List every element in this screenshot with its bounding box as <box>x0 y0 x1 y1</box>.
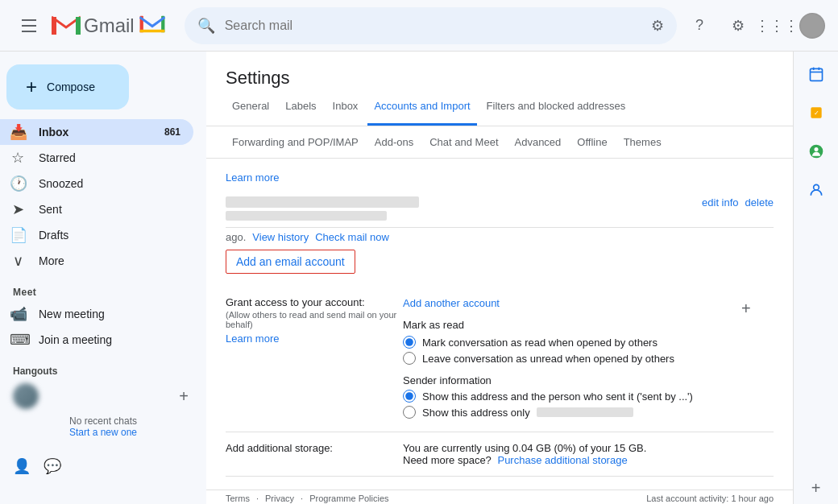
main-layout: + Compose 📥 Inbox 861 ☆ Starred 🕐 Snooze… <box>0 52 838 504</box>
grant-plus-icon[interactable]: + <box>741 300 751 318</box>
gmail-icon <box>139 14 165 34</box>
contacts-button[interactable] <box>800 135 832 167</box>
contacts-icon <box>808 143 824 159</box>
tab-labels[interactable]: Labels <box>279 89 322 126</box>
show-address-person-radio[interactable] <box>403 390 416 403</box>
sidebar-item-more[interactable]: ∨ More <box>0 248 193 274</box>
footer-bar: Terms · Privacy · Programme Policies Las… <box>206 490 793 504</box>
account-row: edit info delete <box>226 190 774 228</box>
help-button[interactable]: ? <box>683 10 716 42</box>
sidebar-item-label: Drafts <box>39 229 68 242</box>
content-area: Settings General Labels Inbox Accounts a… <box>206 52 793 504</box>
need-more-text: Need more space? <box>403 454 492 466</box>
subtab-advanced[interactable]: Advanced <box>508 126 568 158</box>
subtab-chat[interactable]: Chat and Meet <box>423 126 504 158</box>
view-history-link[interactable]: View history <box>252 231 309 243</box>
svg-rect-6 <box>810 68 822 81</box>
hangouts-add-button[interactable]: + <box>174 386 193 406</box>
svg-point-13 <box>814 147 818 151</box>
compose-button[interactable]: + Compose <box>6 64 129 109</box>
privacy-link[interactable]: Privacy <box>265 494 294 503</box>
grant-access-title: Grant access to your account: <box>226 296 403 308</box>
more-icon: ∨ <box>10 252 26 270</box>
add-another-link[interactable]: Add another account <box>403 297 500 309</box>
sidebar-item-label: Sent <box>39 203 62 216</box>
tasks-button[interactable]: ✓ <box>800 97 832 129</box>
add-email-button[interactable]: Add an email account <box>226 250 355 274</box>
right-panel: ✓ + <box>793 52 838 504</box>
tab-general[interactable]: General <box>226 89 276 126</box>
settings-title: Settings <box>206 52 793 89</box>
sidebar-item-label: Inbox <box>39 126 68 138</box>
sender-info-section: Sender information Show this address and… <box>403 374 741 419</box>
hamburger-menu[interactable] <box>13 10 45 42</box>
search-bar[interactable]: 🔍 ⚙ <box>185 7 677 44</box>
settings-body: Learn more edit info delete ago. View hi… <box>206 159 793 490</box>
person-icon[interactable]: 👤 <box>13 457 31 475</box>
new-meeting-item[interactable]: 📹 New meeting <box>0 301 193 327</box>
add-panel-button[interactable]: + <box>811 479 821 498</box>
sidebar-item-inbox[interactable]: 📥 Inbox 861 <box>0 119 193 145</box>
check-mail-link[interactable]: Check mail now <box>315 231 389 243</box>
mark-conv-read-label: Mark conversation as read when opened by… <box>422 337 658 349</box>
no-recent-text: No recent chats <box>13 415 193 427</box>
tasks-icon: ✓ <box>808 105 824 121</box>
subtab-forwarding[interactable]: Forwarding and POP/IMAP <box>226 126 365 158</box>
calendar-button[interactable] <box>800 58 832 90</box>
send-mail-section: Learn more edit info delete ago. View hi… <box>226 171 774 274</box>
storage-section: Add additional storage: You are currentl… <box>226 432 774 477</box>
last-activity: Last account activity: 1 hour ago <box>646 494 774 503</box>
terms-link[interactable]: Terms <box>226 494 250 503</box>
settings-button[interactable]: ⚙ <box>722 10 754 42</box>
subtab-themes[interactable]: Themes <box>617 126 668 158</box>
grant-plus-container: + <box>741 296 774 422</box>
settings-tabs: General Labels Inbox Accounts and Import… <box>206 89 793 126</box>
leave-conv-unread-option: Leave conversation as unread when opened… <box>403 352 741 365</box>
search-icon: 🔍 <box>197 17 215 35</box>
topbar: Gmail 🔍 ⚙ ? ⚙ ⋮⋮⋮ <box>0 0 838 52</box>
tab-accounts[interactable]: Accounts and Import <box>367 89 476 126</box>
grant-content: Add another account Mark as read Mark co… <box>403 296 741 422</box>
sidebar-item-sent[interactable]: ➤ Sent <box>0 196 193 222</box>
subtab-offline[interactable]: Offline <box>570 126 613 158</box>
settings-subtabs: Forwarding and POP/IMAP Add-ons Chat and… <box>206 126 793 159</box>
topbar-right: ? ⚙ ⋮⋮⋮ <box>683 10 825 42</box>
people-button[interactable] <box>800 174 832 206</box>
start-new-link[interactable]: Start a new one <box>13 427 193 438</box>
footer-sep2: · <box>301 494 303 503</box>
show-address-only-radio[interactable] <box>403 406 416 419</box>
sidebar-item-drafts[interactable]: 📄 Drafts <box>0 222 193 248</box>
svg-text:✓: ✓ <box>813 109 819 117</box>
show-address-only-option: Show this address only <box>403 406 741 419</box>
mark-conv-read-radio[interactable] <box>403 336 416 349</box>
hangouts-label: Hangouts <box>13 366 193 377</box>
show-address-person-label: Show this address and the person who sen… <box>422 390 693 403</box>
sidebar-footer: 👤 💬 <box>0 451 206 481</box>
sidebar-item-label: Starred <box>39 151 76 164</box>
apps-button[interactable]: ⋮⋮⋮ <box>761 10 793 42</box>
gmail-label: Gmail <box>84 14 135 37</box>
avatar[interactable] <box>799 13 825 39</box>
search-tune-icon[interactable]: ⚙ <box>651 17 664 35</box>
new-meeting-label: New meeting <box>39 308 105 320</box>
tab-inbox[interactable]: Inbox <box>326 89 365 126</box>
edit-info-link[interactable]: edit info <box>702 196 739 209</box>
tab-filters[interactable]: Filters and blocked addresses <box>480 89 633 126</box>
search-input[interactable] <box>225 19 651 33</box>
meet-section: Meet 📹 New meeting ⌨ Join a meeting <box>0 274 206 359</box>
show-address-only-label: Show this address only <box>422 407 530 419</box>
join-meeting-item[interactable]: ⌨ Join a meeting <box>0 327 193 353</box>
keyboard-icon: ⌨ <box>10 331 26 349</box>
learn-more-link-1[interactable]: Learn more <box>226 171 774 184</box>
sidebar-item-starred[interactable]: ☆ Starred <box>0 145 193 171</box>
subtab-addons[interactable]: Add-ons <box>368 126 420 158</box>
learn-more-link-2[interactable]: Learn more <box>226 333 403 345</box>
sidebar-item-snoozed[interactable]: 🕐 Snoozed <box>0 171 193 196</box>
leave-conv-unread-radio[interactable] <box>403 352 416 365</box>
programme-link[interactable]: Programme Policies <box>309 494 388 503</box>
purchase-storage-link[interactable]: Purchase additional storage <box>497 454 627 466</box>
hangouts-section: Hangouts + No recent chats Start a new o… <box>0 359 206 444</box>
mark-read-label: Mark as read <box>403 319 741 331</box>
chat-icon[interactable]: 💬 <box>44 457 61 475</box>
delete-link[interactable]: delete <box>745 196 774 209</box>
